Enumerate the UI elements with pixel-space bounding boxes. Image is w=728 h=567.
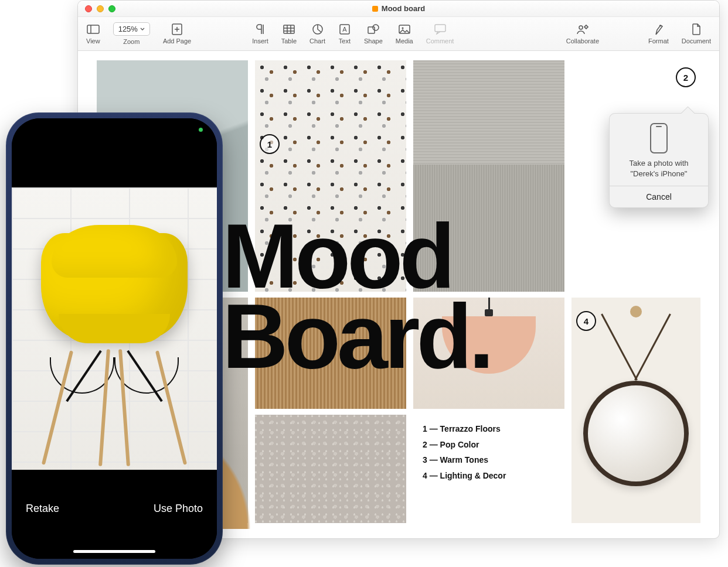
close-window-button[interactable]	[85, 5, 92, 12]
mirror-illustration	[583, 306, 689, 486]
document-label: Document	[682, 37, 711, 45]
insert-label: Insert	[252, 37, 268, 45]
camera-bottom-bar: Retake Use Photo	[12, 470, 217, 559]
legend-item: 3 — Warm Tones	[423, 452, 506, 468]
legend-item: 1 — Terrazzo Floors	[423, 421, 506, 437]
window-title-text: Mood board	[382, 4, 425, 13]
text-icon: A	[338, 23, 351, 35]
pilcrow-icon	[254, 23, 267, 35]
mood-image-fur[interactable]	[255, 415, 406, 523]
shape-label: Shape	[364, 37, 383, 45]
add-page-button[interactable]: Add Page	[163, 23, 191, 45]
text-label: Text	[339, 37, 351, 45]
window-controls	[78, 5, 115, 12]
mood-image-terrazzo[interactable]	[255, 60, 406, 292]
toolbar: View 125% Zoom Add Page Insert	[78, 17, 719, 51]
document-button[interactable]: Document	[682, 23, 711, 45]
svg-text:A: A	[342, 26, 347, 33]
media-button[interactable]: Media	[396, 23, 413, 45]
callout-badge-4: 4	[576, 311, 596, 331]
callout-badge-1: 1	[260, 134, 280, 154]
home-indicator[interactable]	[73, 550, 155, 553]
mood-image-concrete[interactable]	[413, 60, 564, 292]
text-button[interactable]: A Text	[338, 23, 351, 45]
table-button[interactable]: Table	[281, 23, 297, 45]
insert-button[interactable]: Insert	[252, 23, 268, 45]
iphone-device: Retake Use Photo	[6, 112, 223, 565]
chart-button[interactable]: Chart	[309, 23, 325, 45]
use-photo-button[interactable]: Use Photo	[154, 503, 203, 515]
format-label: Format	[648, 37, 669, 45]
chart-icon	[311, 23, 324, 35]
popover-cancel-button[interactable]: Cancel	[610, 186, 708, 207]
window-title: Mood board	[78, 4, 719, 13]
format-button[interactable]: Format	[648, 23, 669, 45]
sidebar-icon	[87, 23, 100, 35]
legend-list: 1 — Terrazzo Floors 2 — Pop Color 3 — Wa…	[423, 421, 506, 483]
zoom-value: 125%	[118, 25, 138, 33]
popover-message: Take a photo with"Derek's iPhone"	[617, 158, 701, 179]
collaborate-icon	[576, 23, 589, 35]
view-label: View	[86, 37, 100, 45]
document-icon	[690, 23, 703, 35]
zoom-dropdown[interactable]: 125%	[113, 22, 150, 36]
continuity-camera-popover: Take a photo with"Derek's iPhone" Cancel	[609, 113, 709, 208]
media-icon	[398, 23, 411, 35]
svg-point-16	[402, 27, 403, 29]
fullscreen-window-button[interactable]	[108, 5, 115, 12]
svg-rect-0	[87, 25, 99, 33]
format-icon	[652, 23, 665, 35]
zoom-control[interactable]: 125% Zoom	[113, 22, 150, 45]
retake-button[interactable]: Retake	[26, 503, 59, 515]
collaborate-button[interactable]: Collaborate	[566, 23, 599, 45]
table-icon	[283, 23, 295, 35]
mood-image-lamp[interactable]	[413, 298, 564, 409]
comment-label: Comment	[426, 37, 454, 45]
svg-point-18	[579, 26, 583, 29]
chevron-down-icon	[140, 28, 145, 30]
svg-rect-5	[284, 25, 294, 33]
svg-rect-17	[435, 25, 445, 32]
legend-item: 4 — Lighting & Decor	[423, 468, 506, 484]
legend-item: 2 — Pop Color	[423, 437, 506, 453]
svg-point-19	[585, 25, 587, 28]
callout-badge-2: 2	[676, 67, 696, 87]
svg-point-14	[373, 25, 379, 30]
chart-label: Chart	[309, 37, 325, 45]
iphone-outline-icon	[650, 123, 668, 153]
zoom-label: Zoom	[123, 38, 140, 45]
svg-rect-13	[368, 27, 375, 33]
media-label: Media	[396, 37, 413, 45]
lamp-illustration	[442, 298, 536, 374]
popover-body: Take a photo with"Derek's iPhone"	[610, 114, 708, 186]
iphone-notch	[70, 118, 158, 136]
minimize-window-button[interactable]	[97, 5, 104, 12]
comment-icon	[434, 23, 447, 35]
titlebar: Mood board	[78, 1, 719, 17]
iphone-screen: Retake Use Photo	[12, 118, 217, 559]
comment-button: Comment	[426, 23, 454, 45]
camera-preview[interactable]	[12, 187, 217, 470]
mood-image-wood[interactable]	[255, 298, 406, 409]
table-label: Table	[281, 37, 297, 45]
chair-photo	[41, 233, 188, 339]
document-icon	[372, 6, 378, 12]
shape-icon	[367, 23, 380, 35]
view-button[interactable]: View	[86, 23, 100, 45]
collaborate-label: Collaborate	[566, 37, 599, 45]
add-page-icon	[171, 23, 183, 35]
mood-image-mirror[interactable]	[571, 298, 700, 523]
add-page-label: Add Page	[163, 37, 191, 45]
camera-active-indicator	[199, 128, 203, 132]
shape-button[interactable]: Shape	[364, 23, 383, 45]
